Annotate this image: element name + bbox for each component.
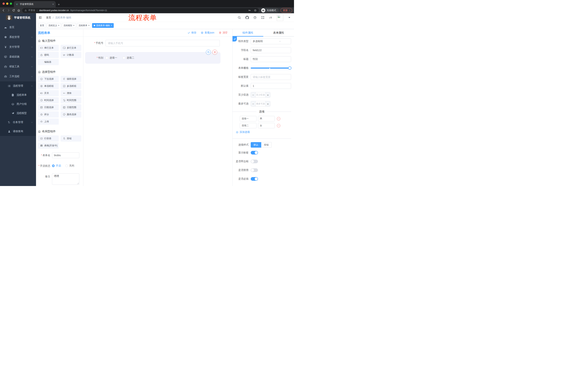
- sidebar-item[interactable]: 基础设施: [0, 52, 36, 62]
- tab-close-icon[interactable]: ×: [58, 24, 59, 27]
- palette-component-counter-icon[interactable]: 123计数器: [61, 52, 82, 58]
- stepper-decrease-button[interactable]: −: [251, 92, 256, 97]
- sidebar-item[interactable]: 流程管理: [0, 81, 36, 90]
- palette-component-row-icon[interactable]: 行容器: [38, 135, 59, 142]
- forward-icon[interactable]: [7, 9, 10, 12]
- inspector-input-4[interactable]: [251, 74, 291, 80]
- address-bar[interactable]: 不安全 | dashboard.yudao.iocoder.cn/bpm/man…: [22, 8, 259, 13]
- help-icon[interactable]: [253, 16, 257, 19]
- page-tab[interactable]: 流程定义×: [47, 23, 61, 28]
- tab-form-props[interactable]: 表单属性: [263, 29, 294, 36]
- gender-checkbox-option[interactable]: 选项一: [105, 56, 117, 60]
- sidebar-item[interactable]: 任务管理: [0, 118, 36, 127]
- minimize-window-button[interactable]: [6, 2, 8, 5]
- palette-component-time-range-icon[interactable]: 时间范围: [61, 97, 82, 103]
- close-window-button[interactable]: [2, 2, 5, 5]
- toggle-switch[interactable]: [251, 177, 258, 181]
- option-style-choice[interactable]: 按钮: [261, 142, 272, 148]
- sidebar-item[interactable]: 首页: [0, 22, 36, 32]
- home-icon[interactable]: [17, 9, 20, 12]
- sidebar-item[interactable]: 研发工具: [0, 62, 36, 72]
- palette-component-button-icon[interactable]: 按钮: [61, 135, 82, 142]
- bookmark-star-icon[interactable]: [254, 9, 257, 12]
- sidebar-item[interactable]: 用户分组: [0, 100, 36, 109]
- font-size-icon[interactable]: TT: [269, 16, 272, 19]
- tab-component-props[interactable]: 组件属性: [232, 29, 263, 36]
- sidebar-item[interactable]: 工作流程: [0, 72, 36, 81]
- new-tab-button[interactable]: +: [58, 3, 60, 6]
- search-icon[interactable]: [238, 16, 241, 19]
- form-name-input[interactable]: [52, 152, 79, 158]
- reload-icon[interactable]: [12, 9, 15, 12]
- kebab-menu-icon[interactable]: [288, 9, 291, 12]
- toggle-switch[interactable]: [251, 151, 258, 155]
- palette-component-textarea-icon[interactable]: 多行文本: [61, 45, 82, 51]
- stepper-value[interactable]: 最多可选: [256, 101, 265, 106]
- inspector-input-2[interactable]: [251, 56, 291, 62]
- sidebar-item[interactable]: 流程模型: [0, 109, 36, 118]
- tab-close-icon[interactable]: ×: [73, 24, 74, 27]
- palette-component-time-icon[interactable]: 时间选择: [38, 97, 59, 103]
- palette-component-upload-icon[interactable]: 上传: [38, 118, 59, 125]
- delete-component-button[interactable]: [212, 50, 217, 55]
- window-controls[interactable]: [2, 2, 12, 5]
- gender-checkbox-option[interactable]: 选项二: [123, 56, 134, 60]
- fullscreen-icon[interactable]: [261, 16, 264, 19]
- palette-component-date-range-icon[interactable]: 日期范围: [61, 104, 82, 110]
- stepper-increase-button[interactable]: +: [265, 101, 270, 106]
- page-tab[interactable]: 流程表单-编辑×: [92, 23, 114, 28]
- palette-component-cascader-icon[interactable]: 级联选择: [61, 76, 82, 82]
- sidebar-fold-icon[interactable]: [39, 16, 42, 19]
- copy-component-button[interactable]: [206, 50, 211, 55]
- inspector-input-5[interactable]: [251, 83, 291, 89]
- palette-component-radio-icon[interactable]: 单选框组: [38, 83, 59, 89]
- sidebar-item[interactable]: 支付管理: [0, 42, 36, 52]
- toggle-switch[interactable]: [251, 159, 258, 163]
- inspector-input-1[interactable]: [251, 47, 291, 53]
- page-tab[interactable]: 首页: [38, 23, 46, 28]
- add-option-button[interactable]: 添加选项: [232, 130, 291, 134]
- stepper-value[interactable]: 至少应选: [256, 92, 265, 97]
- sidebar-item[interactable]: 流程表单: [0, 90, 36, 100]
- option-label-input[interactable]: [240, 123, 257, 128]
- sidebar-item[interactable]: 系统管理: [0, 32, 36, 42]
- palette-component-lock-icon[interactable]: 密码: [38, 52, 59, 58]
- palette-component-table-icon[interactable]: 表格[开发中]: [38, 142, 59, 149]
- phone-field-row[interactable]: 手机号: [83, 40, 232, 46]
- palette-component-slider-icon[interactable]: 滑块: [61, 90, 82, 96]
- palette-component-star-icon[interactable]: 评分: [38, 111, 59, 117]
- back-icon[interactable]: [2, 9, 5, 12]
- tab-close-icon[interactable]: ×: [52, 3, 54, 6]
- toggle-switch[interactable]: [251, 168, 258, 172]
- gender-field-selected-block[interactable]: 性别 选项一选项二: [85, 52, 220, 64]
- stepper-decrease-button[interactable]: −: [251, 101, 256, 106]
- palette-component-item[interactable]: 编辑器: [38, 59, 59, 65]
- resize-grip[interactable]: [77, 182, 79, 184]
- component-type-select[interactable]: 多选框组: [251, 38, 291, 44]
- sidebar-item[interactable]: 请假查询: [0, 127, 36, 136]
- stepper-increase-button[interactable]: +: [265, 92, 270, 97]
- password-key-icon[interactable]: [248, 9, 251, 12]
- slider-handle[interactable]: [288, 66, 292, 70]
- option-style-choice[interactable]: 默认: [251, 142, 261, 148]
- status-radio-off[interactable]: 关闭: [65, 164, 74, 167]
- phone-input[interactable]: [105, 40, 220, 46]
- app-logo[interactable]: 芋道管理系统: [0, 13, 36, 22]
- link-handle-button[interactable]: [232, 37, 237, 42]
- update-button[interactable]: 更新: [281, 8, 292, 13]
- grid-span-slider[interactable]: [251, 65, 291, 71]
- remove-option-button[interactable]: [277, 117, 280, 120]
- view-json-button[interactable]: 查看json: [201, 31, 214, 34]
- palette-component-select-icon[interactable]: 下拉选择: [38, 76, 59, 82]
- avatar[interactable]: [277, 14, 283, 21]
- option-value-input[interactable]: [258, 123, 275, 128]
- option-label-input[interactable]: [240, 116, 257, 121]
- page-tab[interactable]: 流程表单×: [77, 23, 91, 28]
- tab-close-icon[interactable]: ×: [88, 24, 90, 27]
- palette-component-date-icon[interactable]: 日期选择: [38, 104, 59, 110]
- zoom-window-button[interactable]: [10, 2, 12, 5]
- page-tab[interactable]: 流程模型×: [62, 23, 76, 28]
- clear-button[interactable]: 清空: [219, 31, 228, 34]
- palette-component-palette-icon[interactable]: 颜色选择: [61, 111, 82, 117]
- tab-close-icon[interactable]: ×: [111, 24, 112, 27]
